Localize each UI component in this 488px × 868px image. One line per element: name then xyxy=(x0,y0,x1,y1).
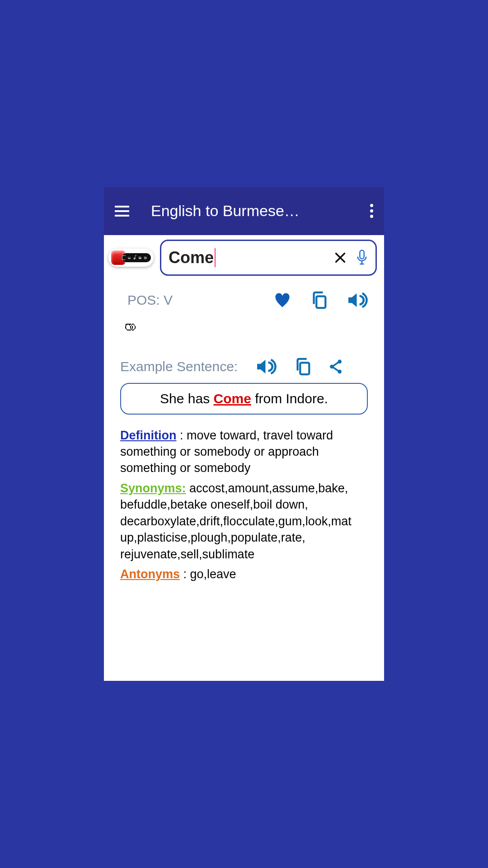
pos-row: POS: V xyxy=(120,291,368,309)
menu-icon[interactable] xyxy=(111,202,133,220)
share-icon[interactable] xyxy=(329,359,343,374)
favorite-icon[interactable] xyxy=(274,292,291,308)
search-value: Come xyxy=(169,248,214,267)
svg-line-9 xyxy=(333,367,338,371)
antonyms-label: Antonyms xyxy=(120,567,180,581)
example-highlight: Come xyxy=(213,391,251,406)
synonyms-label: Synonyms: xyxy=(120,481,186,495)
svg-rect-3 xyxy=(316,296,325,308)
search-row: မြန်မာစာ Come xyxy=(104,235,384,280)
definition-label: Definition xyxy=(120,429,176,442)
language-toggle[interactable]: မြန်မာစာ xyxy=(108,249,154,267)
example-speaker-icon[interactable] xyxy=(256,358,277,375)
app-bar: English to Burmese… xyxy=(104,187,384,235)
example-copy-icon[interactable] xyxy=(295,358,311,376)
spacer xyxy=(120,586,368,663)
synonyms-section: Synonyms: accost,amount,assume,bake, bef… xyxy=(120,480,368,562)
pos-label: POS: V xyxy=(120,292,254,308)
example-header: Example Sentence: xyxy=(120,358,368,376)
example-sentence: She has Come from Indore. xyxy=(120,383,368,415)
antonyms-section: Antonyms : go,leave xyxy=(120,566,368,582)
content-area: POS: V လာ Example Sentence: xyxy=(104,280,384,681)
language-label: မြန်မာစာ xyxy=(122,253,151,262)
search-input-box[interactable]: Come xyxy=(160,240,377,276)
svg-rect-4 xyxy=(300,363,309,374)
svg-rect-0 xyxy=(360,250,364,259)
speaker-icon[interactable] xyxy=(347,292,368,309)
svg-line-8 xyxy=(333,362,338,366)
more-icon[interactable] xyxy=(366,200,377,222)
text-cursor xyxy=(215,248,216,267)
example-label: Example Sentence: xyxy=(120,359,238,374)
clear-icon[interactable] xyxy=(334,251,347,264)
copy-icon[interactable] xyxy=(311,291,327,309)
example-before: She has xyxy=(160,391,213,406)
antonyms-text: : go,leave xyxy=(180,567,236,581)
mic-icon[interactable] xyxy=(356,249,368,266)
app-title: English to Burmese… xyxy=(151,202,363,220)
translation-text: လာ xyxy=(120,318,368,336)
search-input[interactable]: Come xyxy=(169,248,334,267)
definition-section: Definition : move toward, travel toward … xyxy=(120,427,368,476)
example-after: from Indore. xyxy=(251,391,328,406)
app-screen: English to Burmese… မြန်မာစာ Come POS: V xyxy=(104,187,384,681)
